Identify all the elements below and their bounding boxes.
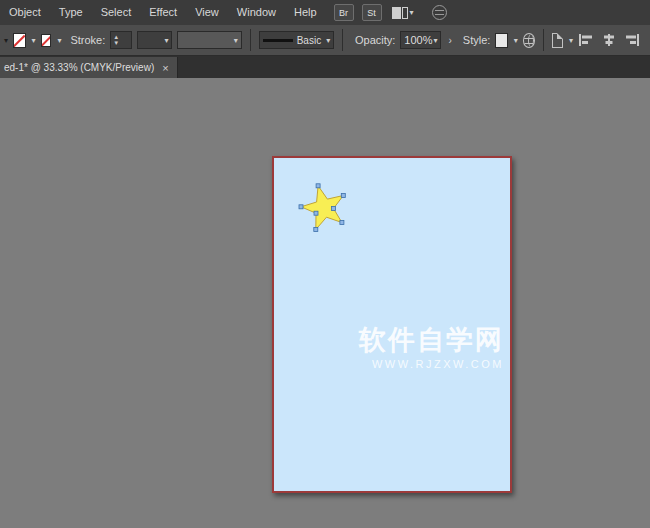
document-setup-icon[interactable] [552, 33, 563, 48]
globe-icon[interactable] [523, 33, 535, 48]
document-tab[interactable]: ed-1* @ 33.33% (CMYK/Preview) × [0, 57, 178, 78]
chevron-down-icon: ▾ [164, 36, 168, 45]
stroke-chevron-icon[interactable]: ▾ [57, 36, 61, 45]
control-bar: ▾ ▾ ▾ Stroke: ▲ ▼ ▾ ▾ Basic ▾ Opacity: 1… [0, 25, 650, 56]
stroke-weight-dropdown[interactable]: ▾ [137, 31, 172, 49]
stock-button[interactable]: St [362, 4, 382, 21]
chevron-down-icon: ▾ [410, 9, 414, 17]
graphic-style-swatch[interactable] [495, 33, 507, 48]
opacity-panel-arrow[interactable]: › [446, 35, 453, 46]
stroke-label: Stroke: [70, 34, 105, 46]
style-label: Style: [463, 34, 491, 46]
share-icon[interactable] [432, 5, 447, 20]
panel-menu-arrow-icon[interactable]: ▾ [4, 36, 8, 45]
fill-chevron-icon[interactable]: ▾ [32, 36, 36, 45]
align-center-icon[interactable] [601, 33, 617, 47]
chevron-down-icon: ▾ [326, 36, 330, 45]
divider [342, 29, 343, 51]
document-chevron-icon[interactable]: ▾ [569, 36, 573, 45]
chevron-down-icon: ▾ [433, 36, 437, 45]
stroke-swatch[interactable] [41, 34, 52, 47]
document-tab-bar: ed-1* @ 33.33% (CMYK/Preview) × [0, 56, 650, 78]
star-shape[interactable] [296, 182, 354, 234]
stroke-weight-stepper[interactable]: ▲ ▼ [110, 31, 132, 49]
artboard[interactable]: 软件自学网 WWW.RJZXW.COM [272, 156, 512, 493]
brush-definition-dropdown[interactable]: Basic ▾ [259, 31, 334, 49]
width-profile-dropdown[interactable]: ▾ [177, 31, 241, 49]
watermark: 软件自学网 WWW.RJZXW.COM [359, 326, 504, 370]
opacity-dropdown[interactable]: 100% ▾ [400, 31, 441, 49]
menu-help[interactable]: Help [285, 0, 326, 25]
menu-object[interactable]: Object [0, 0, 50, 25]
divider [250, 29, 251, 51]
menu-bar: Object Type Select Effect View Window He… [0, 0, 650, 25]
document-tab-title: ed-1* @ 33.33% (CMYK/Preview) [4, 62, 154, 73]
workspace-icon [392, 7, 408, 19]
watermark-url: WWW.RJZXW.COM [359, 358, 504, 370]
opacity-label: Opacity: [355, 34, 395, 46]
chevron-down-icon: ▾ [234, 36, 238, 45]
menu-select[interactable]: Select [92, 0, 141, 25]
workspace-switcher[interactable]: ▾ [392, 7, 414, 19]
style-chevron-icon[interactable]: ▾ [514, 36, 518, 45]
align-buttons [578, 33, 646, 47]
star-polygon[interactable] [301, 186, 343, 230]
fill-swatch[interactable] [13, 33, 25, 48]
menu-window[interactable]: Window [228, 0, 285, 25]
align-right-icon[interactable] [624, 33, 640, 47]
watermark-title: 软件自学网 [359, 326, 504, 356]
brush-name: Basic [297, 35, 321, 46]
align-left-icon[interactable] [578, 33, 594, 47]
stepper-down-icon[interactable]: ▼ [113, 40, 119, 46]
divider [543, 29, 544, 51]
close-icon[interactable]: × [162, 62, 168, 74]
opacity-value: 100% [404, 34, 432, 46]
canvas-area[interactable]: 软件自学网 WWW.RJZXW.COM [0, 78, 650, 528]
bridge-button[interactable]: Br [334, 4, 354, 21]
menu-type[interactable]: Type [50, 0, 92, 25]
menu-view[interactable]: View [186, 0, 228, 25]
brush-stroke-preview [263, 39, 293, 42]
menu-effect[interactable]: Effect [140, 0, 186, 25]
